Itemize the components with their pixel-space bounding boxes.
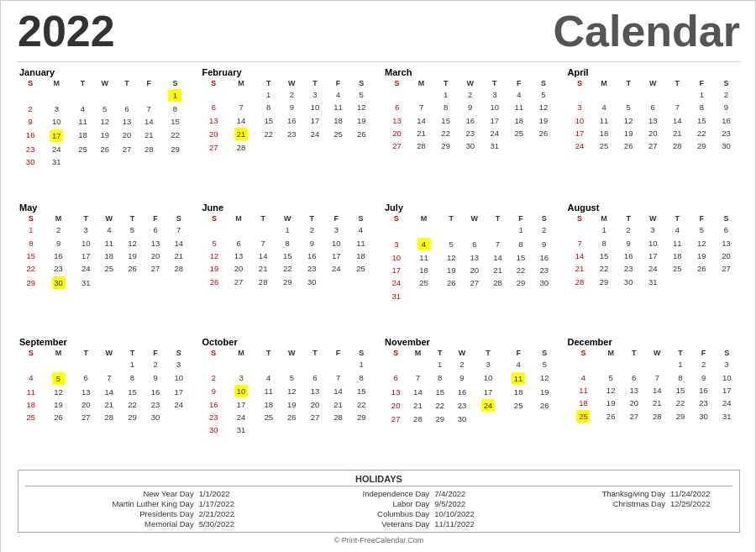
- calendar-day: 3: [225, 371, 257, 384]
- day-header: S: [714, 78, 738, 88]
- calendar-day: [665, 276, 690, 288]
- day-header: W: [641, 78, 665, 88]
- calendar-day: 10: [385, 251, 408, 264]
- calendar-day: 25: [71, 143, 93, 155]
- month-block-may: MaySMTWTFS123456789101112131415161718192…: [18, 201, 192, 330]
- holiday-date: 11/24/2022: [670, 489, 729, 498]
- calendar-day: [303, 423, 327, 436]
- calendar-day: 15: [257, 114, 281, 127]
- calendar-day: 27: [116, 143, 138, 155]
- calendar-day: 10: [641, 237, 665, 250]
- day-header: F: [144, 348, 167, 358]
- holiday-row: Presidents Day2/21/2022: [25, 509, 261, 518]
- calendar-day: 18: [592, 127, 617, 139]
- day-header: S: [533, 213, 556, 223]
- calendar-day: [646, 358, 669, 371]
- calendar-day: 7: [225, 101, 257, 113]
- calendar-day: 14: [665, 114, 690, 127]
- day-header: F: [138, 78, 160, 88]
- calendar-day: [568, 88, 592, 101]
- calendar-day: 16: [19, 129, 41, 143]
- calendar-day: 21: [327, 398, 350, 411]
- calendar-day: [509, 290, 533, 302]
- calendar-day: 4: [71, 103, 93, 115]
- calendar-day: 1: [276, 223, 300, 236]
- day-header: F: [327, 78, 350, 88]
- calendar-day: 10: [715, 371, 738, 384]
- calendar-day: 6: [227, 237, 251, 250]
- calendar-day: 13: [622, 384, 646, 397]
- calendar-day: 26: [617, 139, 641, 152]
- calendar-day: [349, 423, 373, 436]
- calendar-day: 9: [43, 237, 75, 250]
- calendar-day: 29: [19, 276, 43, 290]
- calendar-day: [167, 411, 191, 423]
- calendar-day: 9: [202, 384, 226, 398]
- calendar-day: 3: [482, 88, 507, 101]
- day-header: S: [202, 78, 226, 88]
- calendar-day: 13: [385, 386, 407, 398]
- calendar-day: 24: [225, 411, 257, 423]
- calendar-day: 3: [473, 358, 503, 371]
- calendar-day: 9: [533, 237, 556, 251]
- calendar-day: 14: [646, 384, 669, 397]
- calendar-day: [349, 276, 373, 288]
- calendar-day: [41, 88, 71, 103]
- calendar-day: [202, 88, 226, 101]
- calendar-day: 21: [409, 127, 433, 139]
- calendar-day: 3: [74, 223, 97, 236]
- calendar-day: 1: [349, 358, 373, 371]
- day-header: T: [617, 78, 641, 88]
- calendar-day: 3: [641, 223, 665, 236]
- calendar-day: 31: [715, 409, 738, 423]
- calendar-day: [225, 88, 257, 101]
- calendar-day: 16: [144, 386, 167, 398]
- day-header: S: [385, 348, 407, 358]
- holiday-date: 7/4/2022: [434, 489, 493, 498]
- calendar-day: 31: [385, 290, 408, 302]
- calendar-day: 7: [138, 103, 160, 115]
- calendar-day: [74, 358, 97, 371]
- calendar-day: 13: [303, 384, 327, 398]
- calendar-day: 28: [327, 411, 350, 423]
- calendar-day: [690, 276, 714, 288]
- calendar-day: 13: [463, 251, 486, 264]
- calendar-day: 29: [509, 276, 533, 289]
- calendar-day: [281, 358, 304, 371]
- calendar-day: [281, 141, 304, 154]
- calendar-day: 15: [276, 250, 300, 262]
- calendar-day: 22: [276, 262, 300, 275]
- calendar-day: 30: [533, 276, 556, 289]
- day-header: T: [669, 348, 692, 358]
- day-header: F: [507, 78, 531, 88]
- calendar-day: 20: [714, 250, 738, 262]
- calendar-day: [97, 276, 121, 290]
- calendar-day: 5: [690, 223, 714, 236]
- calendar-day: 6: [385, 101, 409, 113]
- day-header: T: [439, 213, 463, 223]
- calendar-day: 25: [568, 409, 600, 423]
- calendar-day: 23: [19, 143, 41, 155]
- calendar-day: 10: [473, 371, 503, 386]
- day-header: T: [300, 213, 324, 223]
- day-header: F: [690, 78, 714, 88]
- day-header: T: [482, 78, 507, 88]
- calendar-day: 28: [97, 411, 121, 423]
- day-header: T: [622, 348, 646, 358]
- calendar-day: 26: [531, 127, 555, 139]
- calendar-day: 28: [225, 141, 257, 154]
- calendar-day: [531, 139, 555, 152]
- calendar-day: 2: [300, 223, 324, 236]
- calendar-day: 15: [429, 386, 451, 398]
- day-header: M: [43, 213, 75, 223]
- calendar-day: 3: [167, 358, 191, 371]
- calendar-day: 23: [714, 127, 738, 139]
- day-header: S: [202, 348, 226, 358]
- calendar-day: 14: [568, 250, 592, 262]
- calendar-day: 3: [41, 103, 71, 115]
- calendar-day: 19: [533, 386, 555, 398]
- calendar-day: 16: [714, 114, 738, 127]
- day-header: F: [503, 348, 533, 358]
- calendar-day: 31: [225, 423, 257, 436]
- calendar-day: [507, 139, 531, 152]
